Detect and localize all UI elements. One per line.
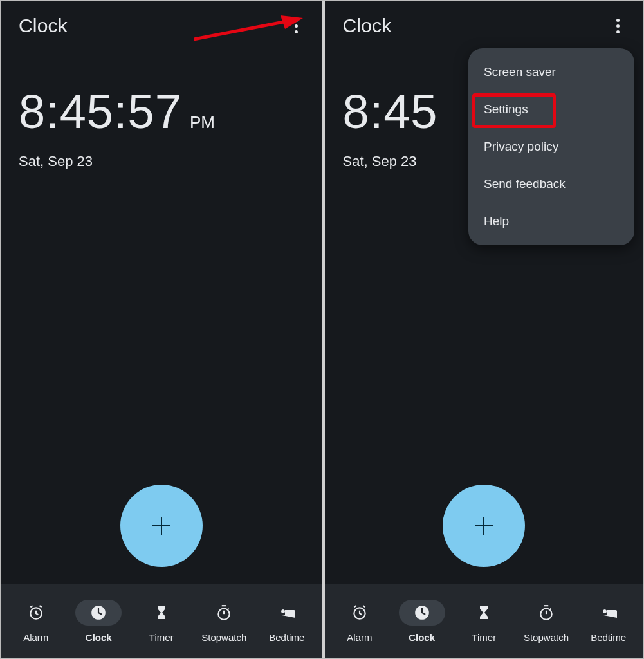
bottom-nav: Alarm Clock Timer Stopwatch Bedtime	[1, 584, 322, 658]
nav-label: Clock	[409, 632, 435, 643]
app-title: Clock	[19, 15, 68, 37]
alarm-icon	[28, 604, 44, 621]
phone-left: Clock 8:45:57 PM Sat, Sep 23 Alarm	[1, 1, 322, 658]
nav-timer[interactable]: Timer	[453, 600, 515, 643]
nav-timer[interactable]: Timer	[130, 600, 193, 643]
app-bar: Clock	[1, 1, 322, 46]
overflow-menu: Screen saver Settings Privacy policy Sen…	[468, 48, 634, 245]
menu-item-screensaver[interactable]: Screen saver	[468, 53, 634, 91]
nav-label: Alarm	[347, 632, 372, 643]
nav-label: Timer	[149, 632, 174, 643]
phone-right: Clock 8:45 Sat, Sep 23 Screen saver Sett…	[322, 1, 644, 658]
time-row: 8:45:57 PM	[19, 84, 304, 139]
nav-label: Bedtime	[269, 632, 304, 643]
nav-stopwatch[interactable]: Stopwatch	[515, 600, 578, 643]
more-vert-icon	[295, 19, 298, 33]
date-value: Sat, Sep 23	[19, 153, 304, 170]
stopwatch-icon	[216, 604, 232, 621]
menu-item-settings[interactable]: Settings	[468, 91, 634, 128]
clock-content: 8:45:57 PM Sat, Sep 23	[1, 46, 322, 584]
clock-icon	[90, 604, 107, 621]
nav-clock[interactable]: Clock	[391, 600, 453, 643]
app-bar: Clock	[325, 1, 644, 46]
app-title: Clock	[343, 15, 392, 37]
bed-icon	[277, 606, 297, 620]
nav-alarm[interactable]: Alarm	[5, 600, 68, 643]
hourglass-icon	[476, 604, 492, 621]
nav-alarm[interactable]: Alarm	[329, 600, 391, 643]
nav-label: Bedtime	[591, 632, 626, 643]
bed-icon	[599, 606, 618, 620]
menu-item-feedback[interactable]: Send feedback	[468, 165, 634, 203]
more-vert-icon	[616, 19, 620, 33]
overflow-menu-button[interactable]	[284, 13, 309, 39]
overflow-menu-button[interactable]	[605, 13, 630, 39]
menu-item-privacy[interactable]: Privacy policy	[468, 128, 634, 165]
clock-icon	[414, 604, 430, 621]
nav-clock[interactable]: Clock	[68, 600, 131, 643]
nav-bedtime[interactable]: Bedtime	[255, 600, 318, 643]
time-value: 8:45:57	[19, 84, 182, 139]
nav-label: Alarm	[23, 632, 48, 643]
time-ampm: PM	[190, 113, 215, 133]
nav-label: Stopwatch	[201, 632, 246, 643]
stopwatch-icon	[538, 604, 555, 621]
nav-bedtime[interactable]: Bedtime	[577, 600, 639, 643]
add-city-fab[interactable]	[443, 485, 525, 567]
nav-label: Clock	[86, 632, 112, 643]
add-city-fab[interactable]	[120, 485, 203, 567]
hourglass-icon	[154, 604, 169, 621]
bottom-nav: Alarm Clock Timer Stopwatch Bedtime	[325, 584, 644, 658]
nav-label: Timer	[472, 632, 496, 643]
menu-item-help[interactable]: Help	[468, 203, 634, 240]
nav-stopwatch[interactable]: Stopwatch	[193, 600, 256, 643]
alarm-icon	[351, 604, 368, 621]
nav-label: Stopwatch	[524, 632, 569, 643]
plus-icon	[475, 517, 493, 535]
plus-icon	[152, 517, 170, 535]
time-value: 8:45	[343, 84, 438, 139]
